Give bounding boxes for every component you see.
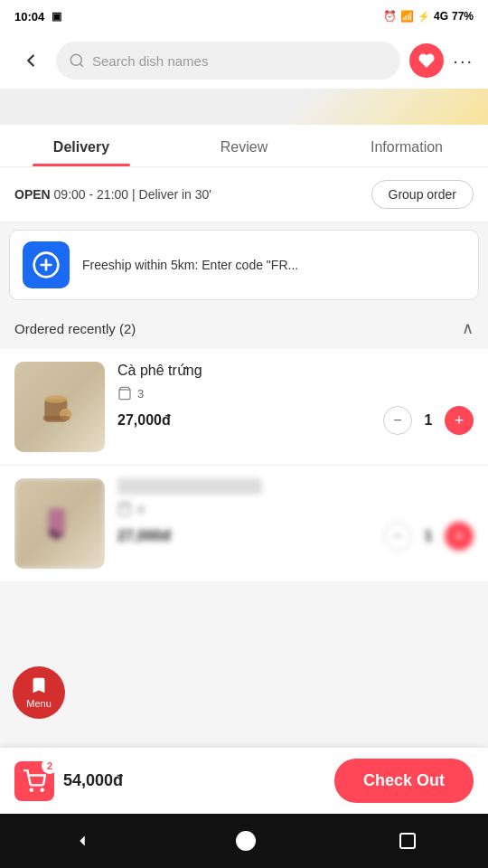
- bag-icon: [117, 386, 132, 401]
- svg-marker-15: [80, 836, 85, 846]
- favorite-button[interactable]: [409, 43, 444, 78]
- qty-increase-1[interactable]: +: [445, 406, 474, 435]
- status-icons: ⏰ 📶 ⚡ 4G 77%: [383, 10, 474, 23]
- collapse-icon[interactable]: ∧: [462, 318, 474, 338]
- item-details-1: Cà phê trứng 3 27,000đ − 1 +: [117, 362, 474, 452]
- svg-point-9: [49, 530, 55, 536]
- qty-decrease-1[interactable]: −: [383, 406, 412, 435]
- header: Search dish names ···: [0, 33, 488, 89]
- search-bar[interactable]: Search dish names: [56, 42, 400, 80]
- tab-bar: Delivery Review Information: [0, 125, 488, 167]
- menu-float-icon: [29, 676, 49, 696]
- item-details-2: 4 27,000đ − 1 +: [117, 478, 474, 569]
- item-price-row-1: 27,000đ − 1 +: [117, 406, 474, 435]
- item-price-1: 27,000đ: [117, 412, 171, 429]
- deliver-label: Deliver in 30': [139, 187, 212, 202]
- alarm-icon: ⏰: [383, 10, 397, 23]
- item-name-1: Cà phê trứng: [117, 362, 474, 379]
- bottom-nav: [0, 814, 488, 868]
- item-bag-count-1: 3: [137, 387, 144, 401]
- cart-total: 54,000đ: [63, 771, 123, 790]
- freeship-banner: Freeship within 5km: Enter code "FR...: [9, 230, 479, 300]
- qty-value-2: 1: [421, 528, 436, 544]
- menu-items-list: Cà phê trứng 3 27,000đ − 1 +: [0, 349, 488, 582]
- checkout-button[interactable]: Check Out: [334, 759, 474, 803]
- battery-icon: 77%: [452, 10, 474, 23]
- divider: |: [132, 187, 139, 202]
- svg-point-11: [53, 534, 59, 540]
- item-image-1: [14, 362, 105, 452]
- section-header: Ordered recently (2) ∧: [0, 307, 488, 349]
- header-actions: ···: [409, 43, 474, 78]
- qty-decrease-2[interactable]: −: [383, 522, 412, 551]
- search-placeholder: Search dish names: [92, 53, 208, 69]
- nav-square-button[interactable]: [399, 833, 416, 849]
- item-bag-1: 3: [117, 386, 474, 401]
- cart-left: 2 54,000đ: [14, 761, 123, 801]
- qty-control-2: − 1 +: [383, 522, 474, 551]
- status-bar: 10:04 ▣ ⏰ 📶 ⚡ 4G 77%: [0, 0, 488, 33]
- wifi-icon: 4G: [434, 10, 448, 23]
- svg-rect-6: [43, 416, 70, 420]
- svg-point-13: [31, 788, 33, 790]
- table-row: Cà phê trứng 3 27,000đ − 1 +: [0, 349, 488, 466]
- tab-information[interactable]: Information: [325, 125, 488, 166]
- item-image-2: [14, 478, 105, 569]
- nav-home-button[interactable]: [236, 831, 256, 851]
- cart-icon: [23, 769, 46, 793]
- section-title: Ordered recently (2): [14, 321, 136, 336]
- qty-value-1: 1: [421, 412, 436, 429]
- tab-review[interactable]: Review: [163, 125, 325, 166]
- svg-point-10: [58, 533, 62, 537]
- qty-control-1: − 1 +: [383, 406, 474, 435]
- svg-line-1: [80, 63, 82, 66]
- nav-back-button[interactable]: [72, 831, 92, 851]
- bluetooth-icon: ⚡: [418, 11, 430, 23]
- search-icon: [69, 52, 85, 69]
- tab-delivery[interactable]: Delivery: [0, 125, 163, 166]
- svg-point-4: [44, 396, 67, 403]
- item-name-2: [117, 478, 262, 495]
- item-bag-2: 4: [117, 502, 474, 516]
- item-bag-count-2: 4: [137, 503, 144, 516]
- cart-icon-box: 2: [14, 761, 54, 801]
- bottom-cart: 2 54,000đ Check Out: [0, 748, 488, 814]
- menu-float-label: Menu: [26, 698, 52, 709]
- restaurant-banner: [0, 89, 488, 125]
- notification-icon: ▣: [52, 10, 61, 23]
- svg-rect-8: [49, 508, 65, 537]
- menu-float-button[interactable]: Menu: [13, 666, 65, 719]
- open-label: OPEN: [14, 187, 51, 202]
- hours-text: 09:00 - 21:00: [54, 187, 129, 202]
- item-price-2: 27,000đ: [117, 528, 171, 544]
- svg-point-0: [70, 54, 81, 65]
- bag-icon-2: [117, 502, 132, 516]
- freeship-icon: [23, 241, 70, 288]
- cart-badge: 2: [42, 758, 58, 774]
- more-button[interactable]: ···: [453, 51, 474, 71]
- table-row: 4 27,000đ − 1 +: [0, 466, 488, 582]
- freeship-text: Freeship within 5km: Enter code "FR...: [82, 258, 298, 272]
- svg-point-14: [42, 788, 43, 790]
- signal-icon: 📶: [400, 10, 414, 23]
- qty-increase-2[interactable]: +: [445, 522, 474, 551]
- status-time: 10:04 ▣: [14, 10, 61, 24]
- info-bar: OPEN 09:00 - 21:00 | Deliver in 30' Grou…: [0, 167, 488, 222]
- back-button[interactable]: [14, 44, 47, 77]
- item-price-row-2: 27,000đ − 1 +: [117, 522, 474, 551]
- group-order-button[interactable]: Group order: [371, 180, 474, 209]
